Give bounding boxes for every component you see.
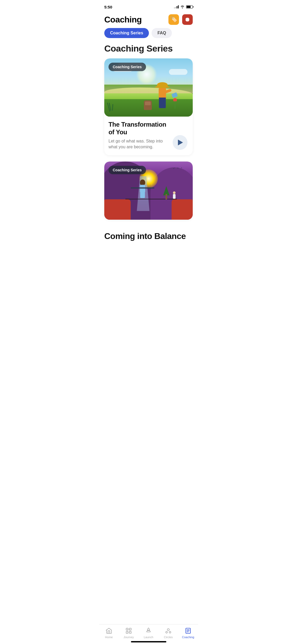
play-button-1[interactable]: [173, 135, 187, 150]
play-triangle-1: [178, 140, 183, 145]
content-area: Coaching Series The Transformation of Yo…: [99, 58, 198, 247]
flower: [173, 98, 177, 109]
balance-pole: [131, 187, 154, 188]
person-figure-1: [153, 82, 172, 111]
record-button[interactable]: ⏺: [182, 14, 193, 25]
card-desc-1: Let go of what was. Step into what you a…: [109, 138, 168, 150]
card-title-1: The Transformation of You: [109, 121, 168, 136]
card-image-2: ✓ ∧ ∧: [104, 162, 193, 220]
card-badge-1: Coaching Series: [109, 63, 146, 71]
status-icons: [174, 5, 193, 8]
card-transformation[interactable]: Coaching Series The Transformation of Yo…: [104, 58, 193, 155]
battery-icon: [186, 5, 193, 8]
tightrope: [125, 199, 177, 199]
figure-hat: [157, 82, 168, 88]
status-time: 5:50: [104, 5, 112, 9]
status-bar: 5:50: [99, 0, 198, 12]
figure-2-pants: [140, 191, 145, 198]
coaching-series-tab[interactable]: Coaching Series: [104, 28, 149, 38]
horizon-glow: [104, 82, 193, 93]
partial-card-title: Coming into Balance: [99, 231, 198, 244]
birds: ✓ ∧ ∧: [173, 167, 182, 170]
card-image-1: Coaching Series: [104, 58, 193, 117]
wifi-icon: [180, 5, 185, 8]
small-figure: [172, 191, 176, 199]
flower-stem: [175, 101, 175, 109]
figure-2-hair: [140, 180, 145, 185]
small-figure-body: [173, 194, 176, 199]
small-figure-head: [173, 191, 176, 194]
card-balance[interactable]: ✓ ∧ ∧: [104, 162, 193, 220]
tree: [164, 186, 169, 199]
section-title: Coaching Series: [99, 43, 198, 54]
tab-pills: Coaching Series FAQ: [99, 28, 198, 38]
cliff-right: [172, 199, 193, 220]
header-icons: 🏷️ ⏺: [168, 14, 193, 25]
figure-pants: [159, 98, 166, 108]
cloud-3: [169, 69, 187, 75]
person-figure-2: [136, 180, 149, 201]
card-badge-2: Coaching Series: [109, 166, 146, 174]
cliff-left: [104, 199, 131, 220]
gallery-icon: 🏷️: [170, 16, 177, 23]
page-title: Coaching: [104, 15, 142, 25]
tree-trunk: [166, 194, 167, 199]
signal-icon: [174, 5, 179, 8]
card-content-1: The Transformation of You Let go of what…: [104, 117, 193, 155]
faq-tab[interactable]: FAQ: [152, 28, 172, 38]
gallery-button[interactable]: 🏷️: [168, 14, 179, 25]
record-icon: ⏺: [185, 16, 190, 23]
backpack: [144, 100, 152, 110]
header: Coaching 🏷️ ⏺: [99, 12, 198, 28]
